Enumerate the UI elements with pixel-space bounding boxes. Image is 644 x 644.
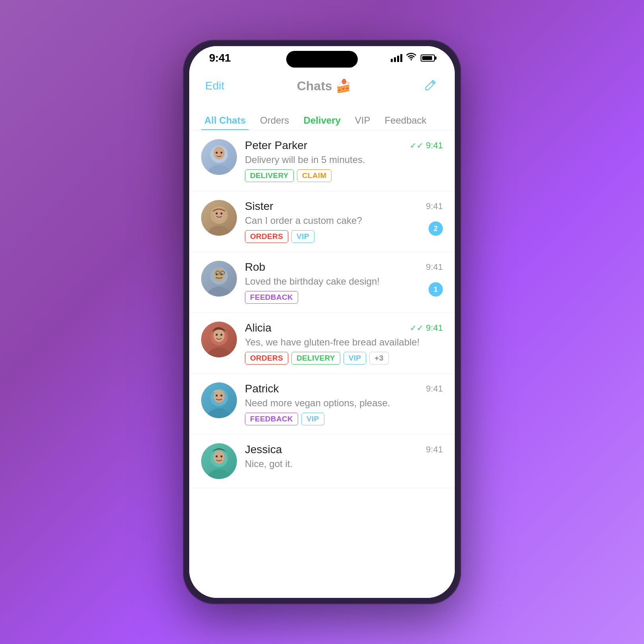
tag-claim: CLAIM <box>297 169 332 182</box>
list-item[interactable]: Alicia ✓✓ 9:41 Yes, we have gluten-free … <box>189 313 455 374</box>
tab-delivery[interactable]: Delivery <box>296 111 347 130</box>
chat-name: Sister <box>245 200 274 213</box>
list-item[interactable]: Peter Parker ✓✓ 9:41 Delivery will be in… <box>189 130 455 191</box>
avatar <box>201 139 237 175</box>
svg-point-22 <box>207 408 231 418</box>
chat-header: Rob 9:41 <box>245 261 443 274</box>
chat-content: Jessica 9:41 Nice, got it. <box>245 443 443 473</box>
svg-point-26 <box>221 395 223 397</box>
chat-name: Rob <box>245 261 265 274</box>
wifi-icon <box>406 53 417 63</box>
svg-point-12 <box>213 268 225 281</box>
tab-all-chats[interactable]: All Chats <box>197 111 253 130</box>
nav-bar: Edit Chats 🍰 <box>189 70 455 102</box>
chat-name: Jessica <box>245 443 282 456</box>
tag-orders: ORDERS <box>245 352 288 365</box>
svg-point-30 <box>216 456 218 458</box>
signal-icon <box>391 54 402 62</box>
chat-tags: FEEDBACK <box>245 291 443 304</box>
svg-point-5 <box>207 226 231 236</box>
chat-message: Delivery will be in 5 minutes. <box>245 154 443 165</box>
status-icons <box>391 53 435 63</box>
tab-feedback[interactable]: Feedback <box>377 111 433 130</box>
avatar <box>201 261 237 297</box>
chat-content: Sister 9:41 Can I order a custom cake? O… <box>245 200 443 243</box>
tag-delivery: DELIVERY <box>245 169 294 182</box>
avatar <box>201 443 237 479</box>
svg-point-21 <box>221 334 223 336</box>
dynamic-island <box>286 51 358 68</box>
chat-header: Jessica 9:41 <box>245 443 443 456</box>
nav-title: Chats 🍰 <box>297 78 351 93</box>
chat-message: Loved the birthday cake design! <box>245 276 443 287</box>
chat-name: Peter Parker <box>245 139 307 152</box>
tag-feedback: FEEDBACK <box>245 413 298 425</box>
svg-point-8 <box>216 213 218 215</box>
svg-point-29 <box>213 451 225 464</box>
avatar <box>201 322 237 357</box>
chat-time: 9:41 <box>426 262 443 272</box>
svg-point-3 <box>216 152 218 154</box>
list-item[interactable]: Sister 9:41 Can I order a custom cake? O… <box>189 191 455 252</box>
tag-vip: VIP <box>343 352 367 365</box>
chat-tags: ORDERS VIP <box>245 230 443 243</box>
chat-content: Rob 9:41 Loved the birthday cake design!… <box>245 261 443 304</box>
chat-header: Sister 9:41 <box>245 200 443 213</box>
tab-vip[interactable]: VIP <box>348 111 378 130</box>
svg-point-4 <box>221 152 223 154</box>
chat-tags: ORDERS DELIVERY VIP +3 <box>245 352 443 365</box>
chat-name: Patrick <box>245 382 279 395</box>
svg-point-25 <box>216 395 218 397</box>
read-icon: ✓✓ <box>410 323 423 333</box>
phone-screen: 9:41 Edit <box>189 46 455 598</box>
chat-message: Can I order a custom cake? <box>245 215 443 226</box>
list-item[interactable]: Jessica 9:41 Nice, got it. <box>189 435 455 488</box>
chat-content: Alicia ✓✓ 9:41 Yes, we have gluten-free … <box>245 322 443 365</box>
avatar <box>201 382 237 418</box>
read-icon: ✓✓ <box>410 141 423 150</box>
tag-orders: ORDERS <box>245 230 288 243</box>
chat-time: 9:41 <box>426 384 443 394</box>
chat-message: Need more vegan options, please. <box>245 398 443 409</box>
edit-button[interactable]: Edit <box>205 80 224 92</box>
svg-point-2 <box>213 147 225 159</box>
chat-time: ✓✓ 9:41 <box>410 140 443 151</box>
battery-icon <box>421 54 435 62</box>
svg-point-17 <box>207 347 231 357</box>
svg-point-0 <box>207 165 231 175</box>
unread-badge: 2 <box>429 221 443 236</box>
chat-header: Alicia ✓✓ 9:41 <box>245 322 443 334</box>
status-time: 9:41 <box>209 52 231 64</box>
svg-point-9 <box>221 213 223 215</box>
phone-frame: 9:41 Edit <box>183 40 461 604</box>
chat-list: Peter Parker ✓✓ 9:41 Delivery will be in… <box>189 130 455 598</box>
chat-tags: DELIVERY CLAIM <box>245 169 443 182</box>
svg-point-10 <box>207 287 231 297</box>
tabs-container: All Chats Orders Delivery VIP Feedback <box>189 102 455 130</box>
tag-more: +3 <box>369 352 388 365</box>
tab-orders[interactable]: Orders <box>253 111 296 130</box>
unread-badge: 1 <box>429 282 443 297</box>
chat-header: Peter Parker ✓✓ 9:41 <box>245 139 443 152</box>
tag-feedback: FEEDBACK <box>245 291 298 304</box>
svg-point-31 <box>221 456 223 458</box>
list-item[interactable]: Rob 9:41 Loved the birthday cake design!… <box>189 252 455 313</box>
svg-point-24 <box>213 390 225 403</box>
avatar <box>201 200 237 236</box>
chat-time: ✓✓ 9:41 <box>410 323 443 333</box>
svg-point-20 <box>216 334 218 336</box>
chat-tags: FEEDBACK VIP <box>245 413 443 425</box>
chat-time: 9:41 <box>426 201 443 211</box>
chat-content: Peter Parker ✓✓ 9:41 Delivery will be in… <box>245 139 443 182</box>
chat-message: Yes, we have gluten-free bread available… <box>245 337 443 348</box>
chat-time: 9:41 <box>426 444 443 455</box>
list-item[interactable]: Patrick 9:41 Need more vegan options, pl… <box>189 374 455 435</box>
status-bar: 9:41 <box>189 46 455 70</box>
svg-point-19 <box>213 329 225 342</box>
svg-point-27 <box>207 469 231 479</box>
tag-delivery: DELIVERY <box>291 352 340 365</box>
chat-name: Alicia <box>245 322 272 334</box>
chat-message: Nice, got it. <box>245 458 443 469</box>
compose-button[interactable] <box>424 78 439 93</box>
tag-vip: VIP <box>291 230 314 243</box>
